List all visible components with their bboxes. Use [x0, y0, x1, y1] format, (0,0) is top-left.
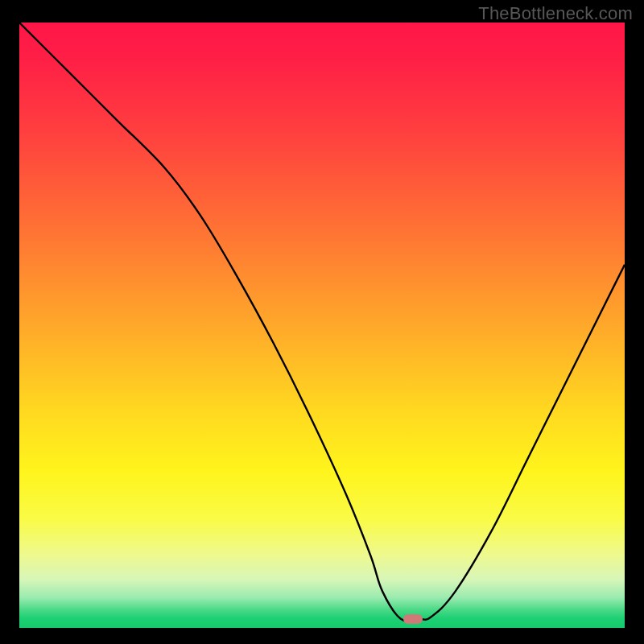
optimal-point-marker	[403, 614, 423, 624]
plot-area	[19, 23, 625, 628]
curve-path	[19, 23, 625, 621]
chart-stage: TheBottleneck.com	[0, 0, 644, 644]
watermark-text: TheBottleneck.com	[478, 3, 633, 24]
bottleneck-curve	[19, 23, 625, 628]
